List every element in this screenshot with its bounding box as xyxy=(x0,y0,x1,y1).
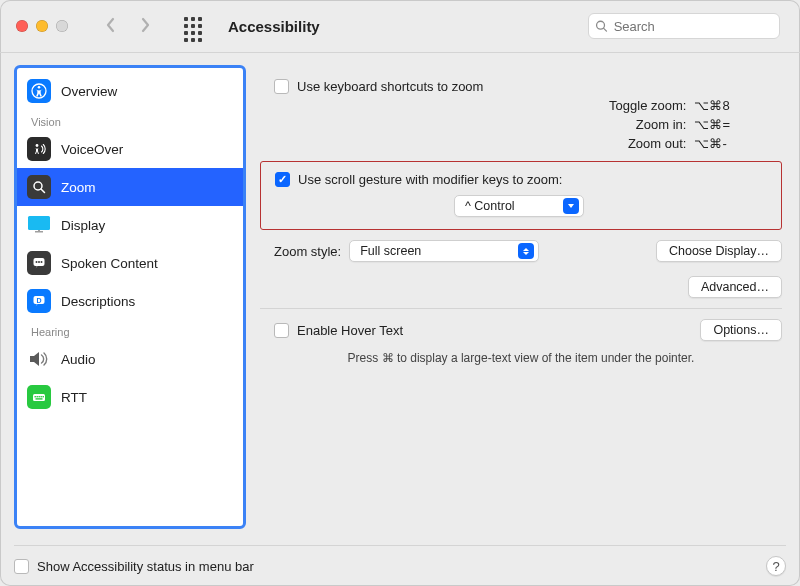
zoom-settings-pane: Use keyboard shortcuts to zoom Toggle zo… xyxy=(258,65,786,529)
zoom-out-label: Zoom out: xyxy=(410,136,686,151)
sidebar-group-hearing: Hearing xyxy=(17,320,243,340)
sidebar-item-label: Descriptions xyxy=(61,294,135,309)
svg-text:D: D xyxy=(36,297,41,304)
nav-arrows xyxy=(104,16,152,37)
svg-line-1 xyxy=(604,28,607,31)
zoom-in-label: Zoom in: xyxy=(410,117,686,132)
sidebar-item-label: VoiceOver xyxy=(61,142,123,157)
zoom-style-value: Full screen xyxy=(360,244,421,258)
svg-rect-22 xyxy=(36,398,43,399)
toggle-zoom-key: ⌥⌘8 xyxy=(694,98,730,113)
zoom-style-label: Zoom style: xyxy=(274,244,341,259)
sidebar: Overview Vision VoiceOver Zoom Displa xyxy=(14,65,246,529)
chevron-down-icon xyxy=(563,198,579,214)
scroll-gesture-highlight: Use scroll gesture with modifier keys to… xyxy=(260,161,782,230)
shortcuts-list: Toggle zoom: ⌥⌘8 Zoom in: ⌥⌘= Zoom out: … xyxy=(410,98,730,151)
scroll-gesture-checkbox[interactable] xyxy=(275,172,290,187)
sidebar-item-label: Display xyxy=(61,218,105,233)
sidebar-item-spoken-content[interactable]: Spoken Content xyxy=(17,244,243,282)
sidebar-item-descriptions[interactable]: D Descriptions xyxy=(17,282,243,320)
sidebar-item-label: Overview xyxy=(61,84,117,99)
svg-rect-21 xyxy=(43,396,44,397)
rtt-icon xyxy=(27,385,51,409)
svg-point-4 xyxy=(36,144,39,147)
search-input[interactable] xyxy=(612,18,773,35)
svg-point-11 xyxy=(36,261,38,263)
forward-button[interactable] xyxy=(138,16,152,37)
sidebar-item-voiceover[interactable]: VoiceOver xyxy=(17,130,243,168)
menu-bar-status-checkbox[interactable] xyxy=(14,559,29,574)
keyboard-shortcuts-checkbox[interactable] xyxy=(274,79,289,94)
fullscreen-window-button[interactable] xyxy=(56,20,68,32)
titlebar: Accessibility xyxy=(0,0,800,52)
window-title: Accessibility xyxy=(228,18,320,35)
choose-display-button[interactable]: Choose Display… xyxy=(656,240,782,262)
minimize-window-button[interactable] xyxy=(36,20,48,32)
spoken-content-icon xyxy=(27,251,51,275)
svg-rect-20 xyxy=(41,396,42,397)
options-button[interactable]: Options… xyxy=(700,319,782,341)
svg-line-6 xyxy=(41,189,45,193)
svg-rect-7 xyxy=(28,216,50,230)
search-field[interactable] xyxy=(588,13,780,39)
svg-point-13 xyxy=(41,261,43,263)
footer: Show Accessibility status in menu bar ? xyxy=(14,545,786,576)
sidebar-item-label: Audio xyxy=(61,352,96,367)
accessibility-icon xyxy=(27,79,51,103)
sidebar-item-rtt[interactable]: RTT xyxy=(17,378,243,416)
svg-point-3 xyxy=(38,86,41,89)
svg-point-12 xyxy=(38,261,40,263)
sidebar-group-vision: Vision xyxy=(17,110,243,130)
advanced-button[interactable]: Advanced… xyxy=(688,276,782,298)
svg-rect-16 xyxy=(33,394,45,401)
search-icon xyxy=(595,19,608,33)
svg-rect-18 xyxy=(37,396,38,397)
modifier-key-value: ^ Control xyxy=(465,199,515,213)
sidebar-item-label: Spoken Content xyxy=(61,256,158,271)
menu-bar-status-label: Show Accessibility status in menu bar xyxy=(37,559,254,574)
toggle-zoom-label: Toggle zoom: xyxy=(410,98,686,113)
svg-rect-19 xyxy=(39,396,40,397)
audio-icon xyxy=(27,347,51,371)
stepper-icon xyxy=(518,243,534,259)
descriptions-icon: D xyxy=(27,289,51,313)
sidebar-item-overview[interactable]: Overview xyxy=(17,72,243,110)
zoom-out-key: ⌥⌘- xyxy=(694,136,730,151)
sidebar-item-label: RTT xyxy=(61,390,87,405)
hover-text-label: Enable Hover Text xyxy=(297,323,403,338)
hover-text-hint: Press ⌘ to display a large-text view of … xyxy=(260,351,782,365)
sidebar-item-audio[interactable]: Audio xyxy=(17,340,243,378)
display-icon xyxy=(27,213,51,237)
modifier-key-select[interactable]: ^ Control xyxy=(454,195,584,217)
close-window-button[interactable] xyxy=(16,20,28,32)
svg-rect-9 xyxy=(38,230,40,232)
zoom-in-key: ⌥⌘= xyxy=(694,117,730,132)
sidebar-item-zoom[interactable]: Zoom xyxy=(17,168,243,206)
zoom-style-select[interactable]: Full screen xyxy=(349,240,539,262)
show-all-icon[interactable] xyxy=(184,17,202,35)
back-button[interactable] xyxy=(104,16,118,37)
sidebar-item-display[interactable]: Display xyxy=(17,206,243,244)
svg-rect-17 xyxy=(35,396,36,397)
hover-text-checkbox[interactable] xyxy=(274,323,289,338)
voiceover-icon xyxy=(27,137,51,161)
window-controls xyxy=(16,20,68,32)
zoom-icon xyxy=(27,175,51,199)
help-button[interactable]: ? xyxy=(766,556,786,576)
sidebar-item-label: Zoom xyxy=(61,180,96,195)
scroll-gesture-label: Use scroll gesture with modifier keys to… xyxy=(298,172,562,187)
keyboard-shortcuts-label: Use keyboard shortcuts to zoom xyxy=(297,79,483,94)
preferences-window: Accessibility Overview Vision VoiceOver xyxy=(0,0,800,586)
